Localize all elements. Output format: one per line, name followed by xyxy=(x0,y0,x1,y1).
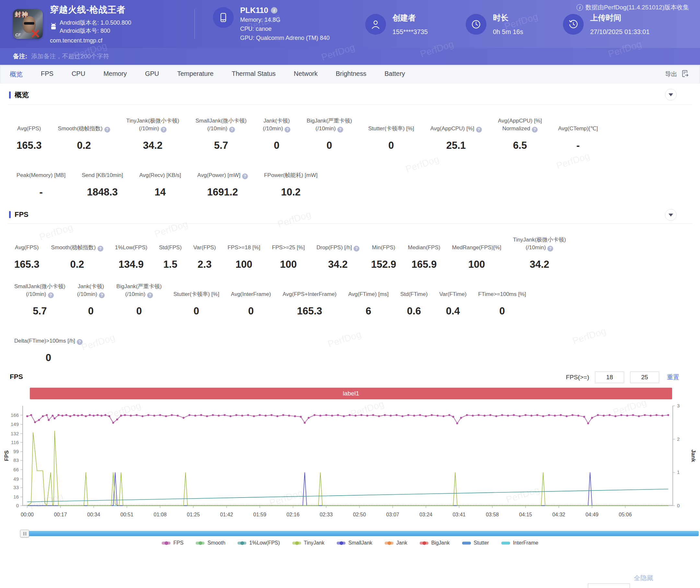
metric-cell: SmallJank(微小卡顿) (/10min)?5.7 xyxy=(8,281,71,317)
creator-block: 创建者 155****3735 xyxy=(365,13,466,36)
tab-battery[interactable]: Battery xyxy=(384,70,405,79)
metric-cell: Peak(Memory) [MB]- xyxy=(8,162,74,198)
legend-item-1-low-fps-[interactable]: 1%Low(FPS) xyxy=(238,540,280,546)
game-block: 封神 CF 穿越火线-枪战王者 Android版本名: 1.0.500.800 … xyxy=(13,4,194,44)
export-button[interactable]: 导出 xyxy=(665,69,689,79)
collapse-overview-button[interactable] xyxy=(665,89,677,100)
metric-value: 100 xyxy=(227,259,260,270)
phone-icon xyxy=(213,7,234,28)
tab-brightness[interactable]: Brightness xyxy=(336,70,367,79)
tab-temperature[interactable]: Temperature xyxy=(177,70,214,79)
metric-value: 2.3 xyxy=(193,259,216,270)
metric-label: Delta(FTime)>100ms [/h]? xyxy=(14,328,83,345)
chart-scrollbar[interactable] xyxy=(21,531,699,536)
legend-item-tinyjank[interactable]: TinyJank xyxy=(292,540,324,546)
svg-text:0: 0 xyxy=(16,503,19,508)
svg-text:02:16: 02:16 xyxy=(286,512,299,517)
fps-threshold-label: FPS(>=) xyxy=(566,374,589,381)
help-icon[interactable]: ? xyxy=(77,339,83,345)
metric-cell: Var(FTime)0.4 xyxy=(434,281,473,317)
tab-概览[interactable]: 概览 xyxy=(10,70,23,79)
metric-label: Drop(FPS) [/h]? xyxy=(316,235,359,252)
metric-label: Avg(FTime) [ms] xyxy=(348,281,389,298)
tab-fps[interactable]: FPS xyxy=(41,70,53,79)
note-bar[interactable]: 备注: 添加备注，不超过200个字符 xyxy=(0,48,700,65)
help-icon[interactable]: ? xyxy=(98,246,103,252)
android-icon xyxy=(50,22,57,31)
tab-memory[interactable]: Memory xyxy=(103,70,127,79)
metric-label: Avg(FPS) xyxy=(14,235,40,252)
help-icon[interactable]: ? xyxy=(104,127,110,133)
metric-value: 25.1 xyxy=(430,140,482,151)
help-icon[interactable]: ? xyxy=(242,173,248,179)
device-info-icon[interactable]: i xyxy=(271,7,277,14)
fps-threshold-input-1[interactable] xyxy=(595,371,624,383)
help-icon[interactable]: ? xyxy=(532,127,538,133)
metric-cell: Avg(AppCPU) [%]?25.1 xyxy=(422,116,490,151)
help-icon[interactable]: ? xyxy=(547,246,553,252)
metric-cell: Stutter(卡顿率) [%]0 xyxy=(168,281,225,317)
metric-value: 0 xyxy=(231,305,271,317)
svg-text:00:00: 00:00 xyxy=(21,512,34,517)
legend-item-fps[interactable]: FPS xyxy=(162,540,183,546)
metric-value: 0 xyxy=(14,352,83,364)
metric-label: Jank(卡顿) (/10min)? xyxy=(263,116,290,133)
metric-label: Min(FPS) xyxy=(371,235,396,252)
metric-value: 100 xyxy=(272,259,305,270)
fps-threshold-input-2[interactable] xyxy=(630,371,659,383)
help-icon[interactable]: ? xyxy=(354,246,359,252)
report-header: i 数据由PerfDog(11.4.251012)版本收集 封神 CF 穿越火线… xyxy=(0,0,700,48)
help-icon[interactable]: ? xyxy=(48,292,54,298)
report-body: 概览 Avg(FPS)165.3Smooth(稳帧指数)?0.2TinyJank… xyxy=(0,84,700,546)
metric-cell: Avg(Power) [mW]?1691.2 xyxy=(189,162,256,198)
metric-label: MedRange(FPS)[%] xyxy=(452,235,501,252)
metric-cell: Stutter(卡顿率) [%]0 xyxy=(360,116,422,151)
help-icon[interactable]: ? xyxy=(229,127,235,133)
help-icon[interactable]: ? xyxy=(147,292,153,298)
legend-item-jank[interactable]: Jank xyxy=(385,540,407,546)
legend-marker xyxy=(420,542,428,545)
tab-thermal-status[interactable]: Thermal Status xyxy=(232,70,276,79)
legend-item-interframe[interactable]: InterFrame xyxy=(501,540,538,546)
metric-value: 1848.3 xyxy=(82,186,123,198)
legend-item-bigjank[interactable]: BigJank xyxy=(420,540,450,546)
tab-cpu[interactable]: CPU xyxy=(72,70,85,79)
metric-cell: SmallJank(微小卡顿) (/10min)?5.7 xyxy=(187,116,255,151)
metric-cell: FPS>=18 [%]100 xyxy=(222,235,266,270)
legend-item-smalljank[interactable]: SmallJank xyxy=(337,540,372,546)
tab-network[interactable]: Network xyxy=(294,70,318,79)
metric-label: Send [KB/10min] xyxy=(82,162,123,179)
note-input-placeholder[interactable]: 添加备注，不超过200个字符 xyxy=(31,52,109,61)
help-icon[interactable]: ? xyxy=(476,127,482,133)
metric-value: 0 xyxy=(263,140,290,151)
svg-text:116: 116 xyxy=(11,440,19,445)
device-memory: Memory: 14.8G xyxy=(240,16,330,24)
chart-scrollbar-handle[interactable] xyxy=(20,530,29,537)
metric-cell: Smooth(稳帧指数)?0.2 xyxy=(50,116,118,151)
tab-gpu[interactable]: GPU xyxy=(145,70,159,79)
metric-label: Smooth(稳帧指数)? xyxy=(51,235,103,252)
help-icon[interactable]: ? xyxy=(161,127,167,133)
metric-cell: Std(FPS)1.5 xyxy=(153,235,188,270)
collapse-fps-button[interactable] xyxy=(665,209,677,221)
fps-line-chart[interactable]: 0163349668399116132149166012300:0000:170… xyxy=(0,401,700,530)
duration-value: 0h 5m 16s xyxy=(493,28,523,36)
help-icon[interactable]: ? xyxy=(99,292,105,298)
svg-text:01:42: 01:42 xyxy=(220,512,233,517)
svg-text:2: 2 xyxy=(677,436,680,442)
chevron-down-icon xyxy=(669,214,673,217)
legend-item-smooth[interactable]: Smooth xyxy=(196,540,225,546)
legend-marker xyxy=(385,542,393,545)
metric-cell: 1%Low(FPS)134.9 xyxy=(109,235,153,270)
help-icon[interactable]: ? xyxy=(285,127,290,133)
legend-label: TinyJank xyxy=(304,540,324,546)
metric-value: - xyxy=(17,186,65,198)
reset-link[interactable]: 重置 xyxy=(667,373,679,382)
metric-label: Smooth(稳帧指数)? xyxy=(58,116,110,133)
metric-cell: Avg(Recv) [KB/s]14 xyxy=(131,162,189,198)
legend-item-stutter[interactable]: Stutter xyxy=(462,540,489,546)
upload-label: 上传时间 xyxy=(590,13,621,23)
duration-block: 时长 0h 5m 16s xyxy=(466,13,563,36)
help-icon[interactable]: ? xyxy=(337,127,343,133)
metric-value: 0 xyxy=(116,305,162,317)
